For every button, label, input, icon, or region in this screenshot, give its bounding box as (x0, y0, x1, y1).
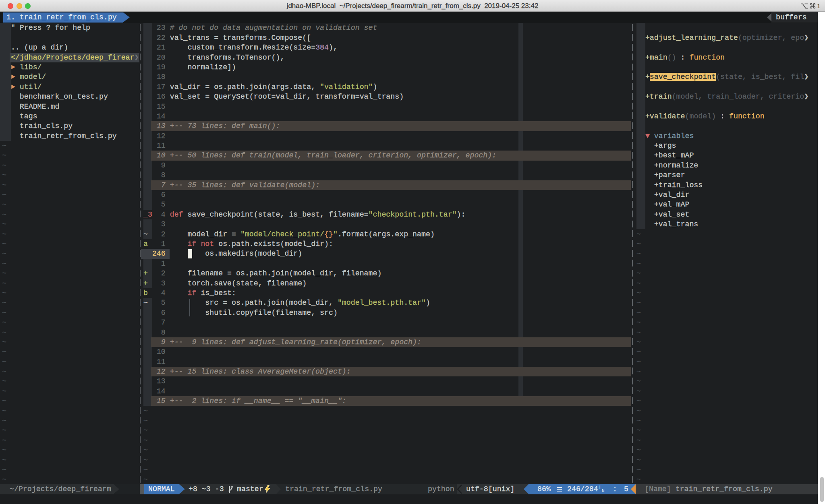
svg-text:1: 1 (817, 2, 820, 9)
